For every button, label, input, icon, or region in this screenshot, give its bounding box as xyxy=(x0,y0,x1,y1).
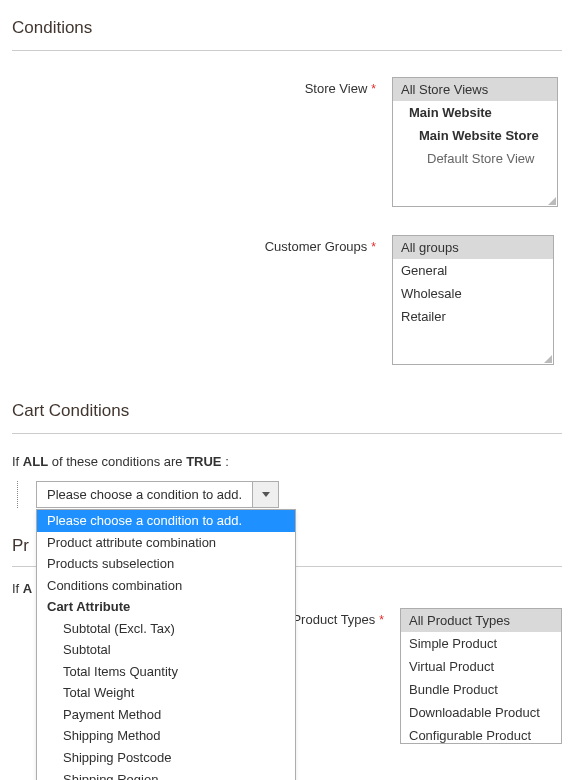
dropdown-option[interactable]: Shipping Method xyxy=(37,725,295,747)
multiselect-option[interactable]: Downloadable Product xyxy=(401,701,561,724)
store-view-select[interactable]: All Store ViewsMain WebsiteMain Website … xyxy=(392,77,558,207)
chevron-down-icon[interactable] xyxy=(252,482,278,507)
multiselect-option[interactable]: Virtual Product xyxy=(401,655,561,678)
product-condition-aggregator-partial[interactable]: A xyxy=(23,581,32,596)
dropdown-option[interactable]: Product attribute combination xyxy=(37,532,295,554)
product-types-label-text: Product Types xyxy=(292,612,375,627)
condition-suffix: : xyxy=(222,454,229,469)
required-asterisk: * xyxy=(371,82,376,96)
dropdown-option[interactable]: Subtotal xyxy=(37,639,295,661)
multiselect-option[interactable]: All groups xyxy=(393,236,553,259)
dropdown-option[interactable]: Total Items Quantity xyxy=(37,661,295,683)
required-asterisk: * xyxy=(371,240,376,254)
multiselect-option[interactable]: Simple Product xyxy=(401,632,561,655)
multiselect-option[interactable]: Default Store View xyxy=(393,147,557,170)
dropdown-option[interactable]: Conditions combination xyxy=(37,575,295,597)
condition-prefix: If xyxy=(12,454,23,469)
dropdown-option[interactable]: Shipping Region xyxy=(37,769,295,780)
conditions-section-header: Conditions xyxy=(12,10,562,51)
dropdown-option[interactable]: Shipping Postcode xyxy=(37,747,295,769)
required-asterisk: * xyxy=(379,613,384,627)
multiselect-option[interactable]: Bundle Product xyxy=(401,678,561,701)
multiselect-option[interactable]: All Product Types xyxy=(401,609,561,632)
multiselect-option[interactable]: Wholesale xyxy=(393,282,553,305)
multiselect-option[interactable]: General xyxy=(393,259,553,282)
condition-mid: of these conditions are xyxy=(48,454,186,469)
condition-chooser[interactable]: Please choose a condition to add. Please… xyxy=(36,481,279,508)
resize-handle[interactable] xyxy=(546,195,556,205)
condition-chooser-value: Please choose a condition to add. xyxy=(37,482,252,507)
multiselect-option[interactable]: Configurable Product xyxy=(401,724,561,744)
multiselect-option[interactable]: Main Website Store xyxy=(393,124,557,147)
condition-sentence: If ALL of these conditions are TRUE : xyxy=(12,454,562,469)
store-view-label-text: Store View xyxy=(305,81,368,96)
dropdown-option[interactable]: Subtotal (Excl. Tax) xyxy=(37,618,295,640)
condition-value[interactable]: TRUE xyxy=(186,454,221,469)
cart-conditions-section-header: Cart Conditions xyxy=(12,393,562,434)
dropdown-option[interactable]: Products subselection xyxy=(37,553,295,575)
dropdown-option[interactable]: Total Weight xyxy=(37,682,295,704)
store-view-field: Store View* All Store ViewsMain WebsiteM… xyxy=(12,77,562,207)
store-view-label: Store View* xyxy=(12,77,392,96)
product-section-header-text: Pr xyxy=(12,536,29,556)
dropdown-option[interactable]: Please choose a condition to add. xyxy=(37,510,295,532)
resize-handle[interactable] xyxy=(542,353,552,363)
customer-groups-select[interactable]: All groupsGeneralWholesaleRetailer xyxy=(392,235,554,365)
dropdown-option: Cart Attribute xyxy=(37,596,295,618)
multiselect-option[interactable]: All Store Views xyxy=(393,78,557,101)
condition-tree: Please choose a condition to add. Please… xyxy=(17,481,562,508)
dropdown-option[interactable]: Payment Method xyxy=(37,704,295,726)
customer-groups-label-text: Customer Groups xyxy=(265,239,368,254)
multiselect-option[interactable]: Main Website xyxy=(393,101,557,124)
product-types-select[interactable]: All Product TypesSimple ProductVirtual P… xyxy=(400,608,562,744)
customer-groups-label: Customer Groups* xyxy=(12,235,392,254)
condition-aggregator[interactable]: ALL xyxy=(23,454,48,469)
customer-groups-field: Customer Groups* All groupsGeneralWholes… xyxy=(12,235,562,365)
product-condition-prefix: If xyxy=(12,581,23,596)
condition-chooser-dropdown[interactable]: Please choose a condition to add.Product… xyxy=(36,509,296,780)
multiselect-option[interactable]: Retailer xyxy=(393,305,553,328)
